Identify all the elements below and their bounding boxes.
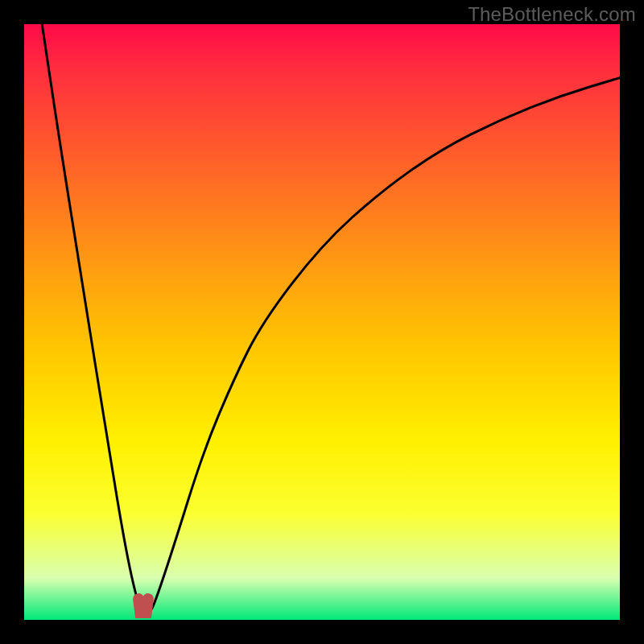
bottleneck-marker bbox=[138, 599, 148, 613]
plot-area bbox=[24, 24, 620, 620]
bottleneck-curve bbox=[42, 24, 620, 614]
curve-layer bbox=[24, 24, 620, 620]
watermark-text: TheBottleneck.com bbox=[468, 3, 636, 26]
chart-frame: TheBottleneck.com bbox=[0, 0, 644, 644]
